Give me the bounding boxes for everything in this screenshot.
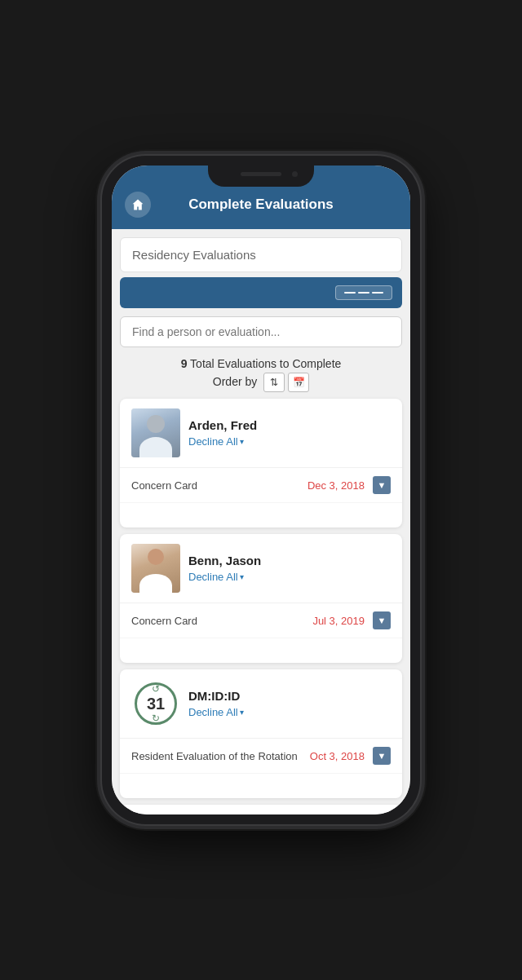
card-header-dm: ↺ 31 ↻ DM:ID:ID Decline All ▾ <box>120 669 402 739</box>
card-header-benn: Benn, Jason Decline All ▾ <box>120 534 402 603</box>
eval-card-arden-fred: Arden, Fred Decline All ▾ Concern Card D… <box>120 399 402 528</box>
decline-all-label: Decline All <box>188 435 238 448</box>
category-selector[interactable]: Residency Evaluations <box>120 237 402 272</box>
row-date-3: Oct 3, 2018 <box>310 750 365 762</box>
expand-btn-3[interactable]: ▼ <box>373 747 391 765</box>
phone-screen: Complete Evaluations Residency Evaluatio… <box>112 166 410 814</box>
card-header-ds: 31 DS:SURG:Surgery <box>120 805 402 814</box>
expand-btn-2[interactable]: ▼ <box>373 611 391 629</box>
person-name-arden: Arden, Fred <box>188 418 391 432</box>
hamburger-line-3 <box>372 292 383 294</box>
avatar-dm: ↺ 31 ↻ <box>131 679 180 728</box>
avatar-arden <box>131 408 180 457</box>
home-icon <box>131 198 144 211</box>
card-header-arden: Arden, Fred Decline All ▾ <box>120 399 402 468</box>
decline-all-dm[interactable]: Decline All ▾ <box>188 706 391 718</box>
person-name-section-dm: DM:ID:ID Decline All ▾ <box>188 689 391 718</box>
eval-card-dm-id: ↺ 31 ↻ DM:ID:ID Decline All ▾ Re <box>120 669 402 798</box>
sort-icon-button[interactable]: ⇅ <box>263 373 285 392</box>
row-label-rotation: Resident Evaluation of the Rotation <box>131 750 298 762</box>
app-content: Complete Evaluations Residency Evaluatio… <box>112 166 410 814</box>
hamburger-line-2 <box>358 292 369 294</box>
avatar-benn <box>131 544 180 593</box>
phone-frame: Complete Evaluations Residency Evaluatio… <box>102 156 420 824</box>
search-container <box>120 316 402 347</box>
dm-circle: ↺ 31 ↻ <box>135 682 177 725</box>
person-name-benn: Benn, Jason <box>188 554 391 567</box>
row-date-2: Jul 3, 2019 <box>312 615 365 627</box>
decline-all-benn[interactable]: Decline All ▾ <box>188 571 391 583</box>
row-label-concern-1: Concern Card <box>131 479 197 492</box>
calendar-icon-button[interactable]: 📅 <box>288 373 309 392</box>
person-name-section-arden: Arden, Fred Decline All ▾ <box>188 418 391 448</box>
row-right-3: Oct 3, 2018 ▼ <box>310 747 391 765</box>
row-label-concern-2: Concern Card <box>131 615 197 627</box>
order-by-label: Order by <box>213 375 257 388</box>
row-date-1: Dec 3, 2018 <box>307 479 365 492</box>
decline-all-arden[interactable]: Decline All ▾ <box>188 435 391 448</box>
dm-arrow-top-icon: ↺ <box>152 683 160 695</box>
avatar-person-2-img <box>131 544 180 593</box>
eval-count: 9 <box>181 357 188 370</box>
expand-btn-1[interactable]: ▼ <box>373 476 391 494</box>
menu-button[interactable] <box>335 285 392 300</box>
card-row-rotation: Resident Evaluation of the Rotation Oct … <box>120 739 402 774</box>
notch-camera <box>292 171 298 177</box>
person-name-section-benn: Benn, Jason Decline All ▾ <box>188 554 391 583</box>
category-label: Residency Evaluations <box>132 248 256 262</box>
card-row-concern-1: Concern Card Dec 3, 2018 ▼ <box>120 468 402 503</box>
eval-card-benn-jason: Benn, Jason Decline All ▾ Concern Card J… <box>120 534 402 663</box>
dm-arrow-bottom-icon: ↻ <box>152 713 160 724</box>
decline-arrow-icon-benn: ▾ <box>240 572 244 581</box>
decline-arrow-icon-dm: ▾ <box>240 708 244 717</box>
hamburger-line-1 <box>344 292 356 294</box>
search-input[interactable] <box>120 316 402 347</box>
row-right-1: Dec 3, 2018 ▼ <box>307 476 391 494</box>
dm-number: 31 <box>147 695 165 713</box>
card-spacer-1 <box>120 503 402 528</box>
stats-label: Total Evaluations to Complete <box>190 357 341 370</box>
decline-arrow-icon: ▾ <box>240 437 244 446</box>
header-title: Complete Evaluations <box>151 196 371 213</box>
stats-row: 9 Total Evaluations to Complete Order by… <box>120 355 402 392</box>
decline-all-label-benn: Decline All <box>188 571 238 583</box>
avatar-person-1-img <box>131 408 180 457</box>
decline-all-label-dm: Decline All <box>188 706 238 718</box>
card-spacer-2 <box>120 638 402 663</box>
card-row-concern-2: Concern Card Jul 3, 2019 ▼ <box>120 603 402 638</box>
eval-card-ds-surg: 31 DS:SURG:Surgery <box>120 805 402 814</box>
home-button[interactable] <box>125 192 151 218</box>
order-icons: ⇅ 📅 <box>263 373 309 392</box>
filter-bar <box>120 277 402 308</box>
notch <box>208 166 314 187</box>
row-right-2: Jul 3, 2019 ▼ <box>312 611 391 629</box>
card-spacer-3 <box>120 774 402 798</box>
notch-speaker <box>241 172 281 176</box>
person-name-dm: DM:ID:ID <box>188 689 391 703</box>
